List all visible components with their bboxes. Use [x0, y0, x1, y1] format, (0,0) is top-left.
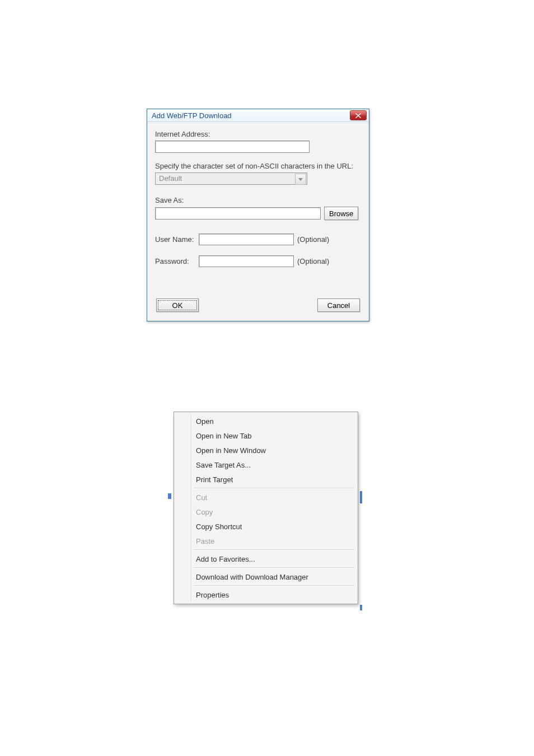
charset-select[interactable]: Default — [155, 172, 307, 185]
background-accent — [360, 605, 362, 610]
password-optional: (Optional) — [297, 257, 329, 265]
charset-select-value: Default — [155, 172, 307, 185]
close-icon — [355, 113, 361, 118]
ctx-item-save-target-as[interactable]: Save Target As... — [176, 458, 356, 472]
dialog-title: Add Web/FTP Download — [152, 111, 350, 120]
ctx-item-open-in-new-tab[interactable]: Open in New Tab — [176, 428, 356, 443]
ctx-item-copy-shortcut[interactable]: Copy Shortcut — [176, 519, 356, 534]
ctx-item-cut: Cut — [176, 490, 356, 505]
ctx-item-download-with-download-manager[interactable]: Download with Download Manager — [176, 570, 356, 584]
cancel-button[interactable]: Cancel — [317, 298, 360, 312]
background-accent — [360, 491, 362, 503]
charset-label: Specify the character set of non-ASCII c… — [155, 162, 361, 170]
save-as-label: Save As: — [155, 196, 361, 204]
context-menu-separator — [194, 567, 354, 568]
background-accent — [168, 493, 171, 499]
password-label: Password: — [155, 257, 195, 265]
dialog-titlebar[interactable]: Add Web/FTP Download — [147, 109, 369, 122]
close-button[interactable] — [350, 110, 367, 120]
ctx-item-open-in-new-window[interactable]: Open in New Window — [176, 443, 356, 458]
ctx-item-properties[interactable]: Properties — [176, 587, 356, 602]
save-as-input[interactable] — [155, 207, 321, 220]
context-menu: Open Open in New Tab Open in New Window … — [174, 412, 358, 604]
context-menu-separator — [194, 488, 354, 489]
context-menu-separator — [194, 549, 354, 550]
context-menu-separator — [194, 585, 354, 586]
ctx-item-add-to-favorites[interactable]: Add to Favorites... — [176, 552, 356, 566]
ok-button[interactable]: OK — [156, 298, 199, 312]
user-name-input[interactable] — [199, 234, 294, 245]
internet-address-input[interactable] — [155, 141, 310, 153]
ctx-item-paste: Paste — [176, 534, 356, 548]
dialog-body: Internet Address: Specify the character … — [147, 122, 369, 321]
internet-address-label: Internet Address: — [155, 130, 361, 138]
ctx-item-print-target[interactable]: Print Target — [176, 472, 356, 487]
user-name-label: User Name: — [155, 235, 195, 244]
user-name-optional: (Optional) — [297, 235, 329, 244]
ctx-item-copy: Copy — [176, 505, 356, 519]
password-input[interactable] — [199, 255, 294, 267]
browse-button[interactable]: Browse — [324, 207, 358, 220]
ctx-item-open[interactable]: Open — [176, 414, 356, 428]
add-download-dialog: Add Web/FTP Download Internet Address: S… — [147, 109, 369, 321]
